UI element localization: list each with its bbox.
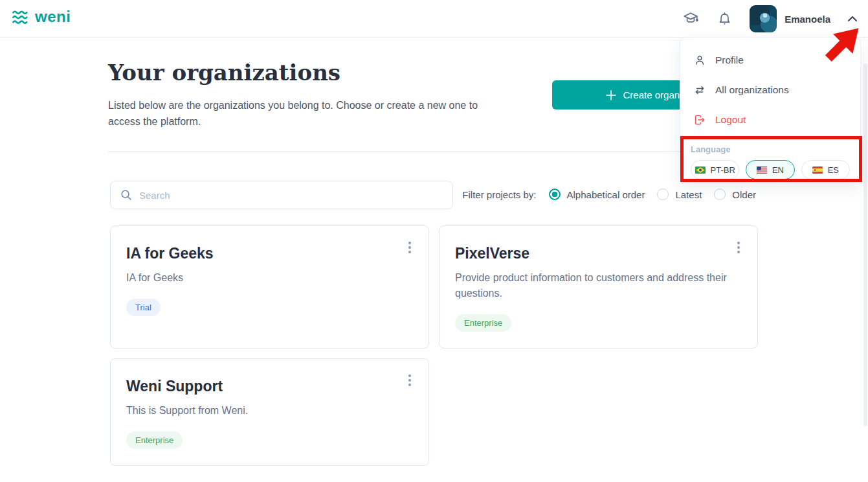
org-name: IA for Geeks xyxy=(126,244,413,263)
org-description: Provide product information to customers… xyxy=(455,270,727,301)
avatar[interactable] xyxy=(750,5,777,32)
spain-flag-icon xyxy=(812,166,823,174)
language-code: ES xyxy=(828,165,839,175)
section-divider xyxy=(108,152,761,152)
menu-item-label: Logout xyxy=(715,114,746,126)
org-name: PixelVerse xyxy=(455,244,742,263)
menu-item-all-organizations[interactable]: All organizations xyxy=(680,75,860,105)
organizations-page: weni Emanoela xyxy=(0,0,868,482)
radio-alphabetical-order[interactable]: Alphabetical order xyxy=(549,189,645,200)
org-description: IA for Geeks xyxy=(126,270,398,286)
plan-badge: Enterprise xyxy=(126,431,183,449)
graduation-cap-icon[interactable] xyxy=(682,10,699,27)
menu-item-logout[interactable]: Logout xyxy=(680,105,860,135)
radio-label: Older xyxy=(732,189,756,200)
search-input[interactable] xyxy=(110,181,453,209)
user-icon xyxy=(693,54,706,67)
radio-selected-icon[interactable] xyxy=(549,189,561,200)
kebab-menu-icon[interactable] xyxy=(403,240,417,255)
menu-item-profile[interactable]: Profile xyxy=(680,45,860,75)
scrollbar-thumb[interactable] xyxy=(863,63,867,426)
organizations-grid: IA for Geeks IA for Geeks Trial PixelVer… xyxy=(110,225,758,466)
username: Emanoela xyxy=(785,14,830,25)
menu-item-label: All organizations xyxy=(715,84,789,96)
language-option-es[interactable]: ES xyxy=(801,160,850,179)
usa-flag-icon xyxy=(757,166,767,174)
org-card-pixelverse[interactable]: PixelVerse Provide product information t… xyxy=(439,225,758,349)
radio-latest[interactable]: Latest xyxy=(657,189,702,200)
radio-unselected-icon[interactable] xyxy=(657,189,669,200)
menu-item-label: Profile xyxy=(715,54,744,66)
org-card-weni-support[interactable]: Weni Support This is Support from Weni. … xyxy=(110,358,429,466)
radio-label: Alphabetical order xyxy=(567,189,645,200)
language-code: EN xyxy=(772,165,784,175)
org-description: This is Support from Weni. xyxy=(126,403,398,419)
language-label: Language xyxy=(691,144,850,154)
user-dropdown-menu: Profile All organizations xyxy=(680,37,861,181)
kebab-menu-icon[interactable] xyxy=(403,373,417,387)
header-controls: Emanoela xyxy=(682,0,858,38)
plan-badge: Trial xyxy=(126,299,161,316)
page-title: Your organizations xyxy=(108,60,340,86)
filter-projects-row: Filter projects by: Alphabetical order L… xyxy=(462,189,756,200)
org-name: Weni Support xyxy=(126,376,413,396)
filter-label: Filter projects by: xyxy=(462,189,536,200)
weni-logo[interactable]: weni xyxy=(10,9,71,26)
swap-horizontal-icon xyxy=(693,84,706,97)
chevron-up-icon[interactable] xyxy=(847,16,858,22)
org-card-ia-for-geeks[interactable]: IA for Geeks IA for Geeks Trial xyxy=(110,225,429,349)
search-icon xyxy=(120,189,133,201)
language-option-en[interactable]: EN xyxy=(746,160,794,179)
bell-icon[interactable] xyxy=(716,10,733,27)
weni-logo-icon xyxy=(10,10,31,25)
logout-icon xyxy=(693,113,706,126)
top-bar: weni Emanoela xyxy=(0,0,868,38)
kebab-menu-icon[interactable] xyxy=(731,240,746,255)
language-code: PT-BR xyxy=(711,165,735,175)
plan-badge: Enterprise xyxy=(455,314,511,332)
language-selector: Language PT-BR EN xyxy=(680,138,860,179)
radio-unselected-icon[interactable] xyxy=(714,189,726,200)
weni-logo-text: weni xyxy=(35,9,71,26)
radio-label: Latest xyxy=(675,189,702,200)
user-menu-toggle[interactable]: Emanoela xyxy=(750,5,858,32)
language-option-pt-br[interactable]: PT-BR xyxy=(691,160,739,179)
brazil-flag-icon xyxy=(695,166,706,174)
page-subtitle: Listed below are the organizations you b… xyxy=(108,97,487,130)
search-box xyxy=(110,181,453,209)
radio-older[interactable]: Older xyxy=(714,189,756,200)
plus-icon xyxy=(605,89,617,101)
